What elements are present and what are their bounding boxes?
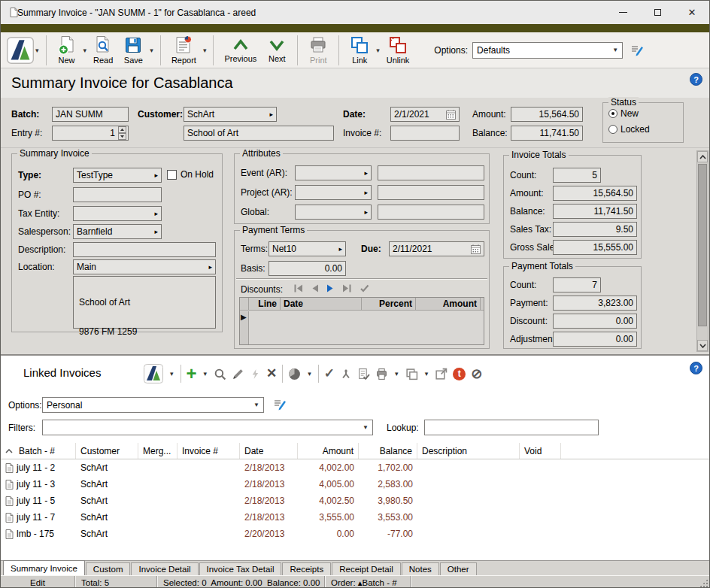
discount-amount-header[interactable]: Amount (416, 298, 481, 310)
verify-document-icon[interactable] (357, 368, 370, 380)
resize-grip[interactable] (699, 578, 708, 588)
scrollbar-thumb[interactable] (698, 164, 707, 326)
description-field[interactable] (73, 242, 216, 257)
minimize-button[interactable] (605, 1, 640, 24)
discount-percent-header[interactable]: Percent (362, 298, 416, 310)
previous-button[interactable]: Previous (219, 36, 262, 64)
maximize-button[interactable] (640, 1, 675, 24)
lookup-input[interactable] (424, 420, 599, 435)
tab-invoice-detail[interactable]: Invoice Detail (131, 562, 198, 575)
last-record-icon[interactable] (342, 284, 352, 292)
void-icon[interactable]: ⊘ (471, 368, 482, 380)
table-row[interactable]: july 11 - 7 SchArt 2/18/2013 3,555.00 3,… (1, 509, 710, 526)
edit-options-icon[interactable] (630, 44, 644, 57)
app-logo-icon[interactable] (144, 364, 163, 383)
scroll-down-icon[interactable] (697, 340, 708, 351)
filters-dropdown[interactable]: ▼ (42, 420, 373, 435)
scroll-up-icon[interactable] (697, 151, 708, 162)
basis-field[interactable]: 0.00 (269, 261, 346, 276)
copy-caret-icon[interactable]: ▾ (423, 370, 430, 377)
calendar-icon[interactable] (471, 244, 481, 254)
tab-receipt-detail[interactable]: Receipt Detail (332, 562, 401, 575)
batch-field[interactable]: JAN SUMM (52, 107, 129, 122)
app-logo-caret-icon[interactable]: ▾ (34, 47, 41, 54)
location-combo[interactable]: Main ▸ (73, 259, 216, 274)
delete-icon[interactable]: ✕ (266, 368, 277, 380)
options-dropdown[interactable]: Defaults ▼ (472, 42, 623, 59)
tab-summary-invoice[interactable]: Summary Invoice (3, 560, 85, 575)
merge-column-header[interactable]: Merg... (138, 443, 178, 459)
help-icon[interactable]: ? (690, 362, 702, 374)
app-logo-icon[interactable] (7, 37, 34, 64)
due-date-field[interactable]: 2/11/2021 (389, 241, 484, 256)
terms-combo[interactable]: Net10 ▸ (269, 241, 346, 256)
tax-entity-combo[interactable]: ▸ (73, 206, 162, 221)
discount-line-header[interactable]: Line (249, 298, 281, 310)
logo-caret-icon[interactable]: ▾ (168, 370, 175, 377)
pie-caret-icon[interactable]: ▾ (306, 370, 313, 377)
next-button[interactable]: Next (262, 36, 292, 64)
date-field[interactable]: 2/1/2021 (390, 107, 460, 122)
vertical-scrollbar[interactable] (696, 150, 708, 352)
lightning-icon[interactable] (250, 368, 261, 380)
linked-options-dropdown[interactable]: Personal ▼ (42, 397, 264, 413)
invoice-number-field[interactable] (390, 126, 460, 141)
description-column-header[interactable]: Description (417, 443, 520, 459)
save-caret-icon[interactable]: ▾ (148, 47, 155, 54)
new-button[interactable]: New (52, 35, 82, 65)
next-record-icon[interactable] (326, 284, 335, 292)
export-icon[interactable] (435, 368, 448, 380)
total-t-icon[interactable]: t (453, 368, 466, 380)
first-record-icon[interactable] (293, 284, 303, 292)
amount-column-header[interactable]: Amount (298, 443, 359, 459)
report-caret-icon[interactable]: ▾ (202, 47, 208, 54)
print-caret-icon[interactable]: ▾ (393, 370, 400, 377)
tab-invoice-tax-detail[interactable]: Invoice Tax Detail (199, 562, 282, 575)
po-field[interactable] (73, 187, 162, 202)
customer-column-header[interactable]: Customer (76, 443, 138, 459)
calendar-icon[interactable] (446, 110, 456, 120)
invoice-column-header[interactable]: Invoice # (178, 443, 240, 459)
edit-pencil-icon[interactable] (232, 368, 244, 380)
date-column-header[interactable]: Date (240, 443, 298, 459)
discounts-grid[interactable]: Line Date Percent Amount ▶ (239, 297, 484, 345)
edit-options-icon[interactable] (273, 398, 287, 411)
void-column-header[interactable]: Void (520, 443, 561, 459)
confirm-icon[interactable]: ✓ (324, 368, 335, 380)
tab-other[interactable]: Other (440, 562, 477, 575)
link-caret-icon[interactable]: ▾ (375, 47, 381, 54)
pie-chart-icon[interactable] (288, 368, 301, 380)
table-row[interactable]: july 11 - 2 SchArt 2/18/2013 4,002.00 1,… (1, 459, 710, 476)
project-combo[interactable]: ▸ (295, 185, 372, 200)
new-caret-icon[interactable]: ▾ (82, 47, 89, 54)
status-radio-new[interactable]: New (608, 108, 639, 119)
print-icon[interactable] (375, 368, 388, 380)
status-radio-locked[interactable]: Locked (608, 124, 650, 135)
table-row[interactable]: july 11 - 5 SchArt 2/18/2013 4,002.50 3,… (1, 493, 710, 509)
merge-person-icon[interactable] (340, 368, 352, 380)
help-icon[interactable]: ? (690, 73, 702, 86)
tab-notes[interactable]: Notes (402, 562, 439, 575)
tab-custom[interactable]: Custom (86, 562, 131, 575)
global-combo[interactable]: ▸ (295, 205, 372, 220)
spinner-arrows-icon[interactable] (118, 126, 126, 140)
search-icon[interactable] (214, 368, 226, 380)
close-button[interactable]: ✕ (675, 1, 709, 24)
unlink-button[interactable]: Unlink (381, 35, 415, 65)
customer-combo[interactable]: SchArt ▸ (184, 107, 277, 122)
type-combo[interactable]: TestType ▸ (73, 168, 162, 183)
add-caret-icon[interactable]: ▾ (202, 370, 209, 377)
event-combo[interactable]: ▸ (295, 165, 372, 180)
copy-icon[interactable] (405, 368, 418, 380)
table-row[interactable]: lmb - 175 SchArt 2/20/2013 0.00 -77.00 (1, 526, 710, 542)
print-button[interactable]: Print (303, 35, 333, 65)
table-row[interactable]: july 11 - 3 SchArt 2/18/2013 4,005.00 2,… (1, 476, 710, 493)
discount-date-header[interactable]: Date (281, 298, 362, 310)
balance-column-header[interactable]: Balance (359, 443, 417, 459)
on-hold-checkbox[interactable]: On Hold (167, 169, 214, 180)
entry-stepper[interactable]: 1 (52, 126, 129, 141)
save-button[interactable]: Save (118, 35, 148, 65)
add-invoice-icon[interactable]: + (187, 367, 197, 380)
previous-record-icon[interactable] (311, 284, 319, 292)
batch-column-header[interactable]: Batch - # (1, 443, 76, 459)
